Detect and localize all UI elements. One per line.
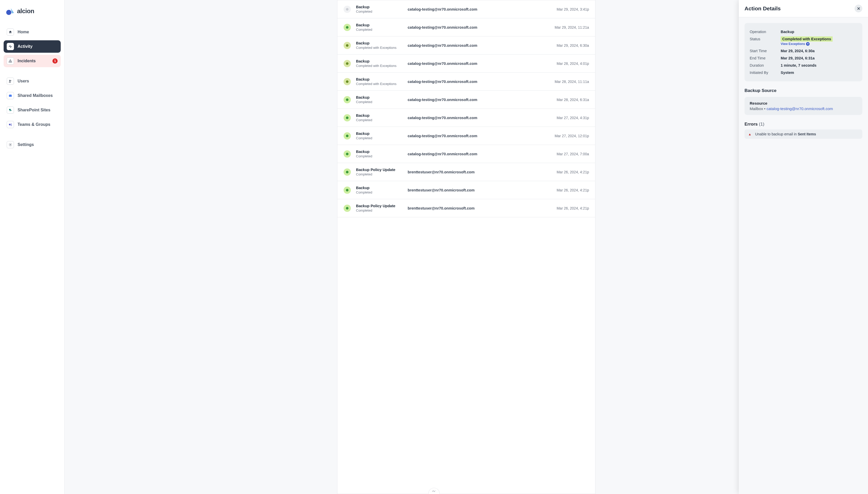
error-strong: Sent Items <box>798 132 816 136</box>
status-indicator <box>344 96 351 103</box>
row-email: catalog-testing@nr70.onmicrosoft.com <box>408 134 549 138</box>
label-start-time: Start Time <box>750 49 781 53</box>
nav-home-label: Home <box>18 30 29 34</box>
home-icon <box>7 28 14 36</box>
label-initiated-by: Initiated By <box>750 71 781 75</box>
logo-icon <box>6 7 15 16</box>
status-indicator <box>344 114 351 121</box>
view-exceptions-link[interactable]: View Exceptions ▼ <box>781 42 810 46</box>
info-card: Operation Backup Status Completed with E… <box>745 23 862 81</box>
mailbox-icon <box>7 92 14 99</box>
row-subtitle: Completed <box>356 118 403 122</box>
activity-icon <box>7 43 14 50</box>
row-title: Backup <box>356 77 403 81</box>
row-subtitle: Completed with Exceptions <box>356 46 403 50</box>
errors-heading: Errors (1) <box>745 122 862 127</box>
activity-row[interactable]: BackupCompletedbrenttestuser@nr70.onmicr… <box>337 181 595 199</box>
activity-row[interactable]: Backup Policy UpdateCompletedbrenttestus… <box>337 199 595 217</box>
row-title-col: BackupCompleted with Exceptions <box>356 41 403 50</box>
nav-settings[interactable]: Settings <box>4 138 61 151</box>
nav-activity[interactable]: Activity <box>4 40 61 53</box>
sharepoint-icon <box>7 107 14 114</box>
row-time: Mar 29, 2024, 3:41p <box>557 7 589 12</box>
errors-heading-text: Errors <box>745 122 758 127</box>
row-subtitle: Completed with Exceptions <box>356 64 403 68</box>
gear-icon <box>7 141 14 148</box>
incidents-badge: 1 <box>53 58 58 63</box>
row-email: brenttestuser@nr70.onmicrosoft.com <box>408 170 552 174</box>
row-time: Mar 29, 2024, 11:21a <box>555 25 589 30</box>
label-status: Status <box>750 37 781 41</box>
close-button[interactable]: ✕ <box>854 5 862 13</box>
nav-teams-label: Teams & Groups <box>18 122 51 127</box>
activity-row[interactable]: BackupCompletedcatalog-testing@nr70.onmi… <box>337 91 595 109</box>
value-end-time: Mar 29, 2024, 6:31a <box>781 56 814 60</box>
warning-icon <box>7 57 14 64</box>
resource-label: Resource <box>750 101 857 106</box>
row-title: Backup <box>356 113 403 117</box>
resource-email-link[interactable]: catalog-testing@nr70.onmicrosoft.com <box>767 107 833 111</box>
nav-incidents[interactable]: Incidents 1 <box>4 55 61 67</box>
nav-teams[interactable]: Teams & Groups <box>4 118 61 131</box>
status-indicator <box>344 132 351 139</box>
row-email: catalog-testing@nr70.onmicrosoft.com <box>408 25 549 30</box>
row-time: Mar 27, 2024, 7:00a <box>557 152 589 156</box>
row-title-col: BackupCompleted <box>356 186 403 194</box>
users-icon <box>7 77 14 85</box>
row-time: Mar 28, 2024, 6:31a <box>557 98 589 102</box>
activity-row[interactable]: BackupCompleted with Exceptionscatalog-t… <box>337 73 595 91</box>
drawer-header: Action Details ✕ <box>739 0 868 17</box>
row-title: Backup <box>356 132 403 136</box>
row-title: Backup Policy Update <box>356 168 403 172</box>
row-subtitle: Completed <box>356 209 403 212</box>
activity-row[interactable]: BackupCompleted with Exceptionscatalog-t… <box>337 36 595 55</box>
activity-row[interactable]: BackupCompletedcatalog-testing@nr70.onmi… <box>337 0 595 18</box>
activity-row[interactable]: BackupCompletedcatalog-testing@nr70.onmi… <box>337 127 595 145</box>
status-indicator <box>344 187 351 194</box>
row-title-col: BackupCompleted with Exceptions <box>356 59 403 68</box>
status-indicator <box>344 60 351 67</box>
row-subtitle: Completed <box>356 10 403 14</box>
row-title: Backup <box>356 186 403 190</box>
error-text: Unable to backup email in Sent Items <box>755 132 816 136</box>
nav-shared-mailboxes[interactable]: Shared Mailboxes <box>4 89 61 102</box>
activity-row[interactable]: BackupCompleted with Exceptionscatalog-t… <box>337 55 595 73</box>
row-time: Mar 27, 2024, 12:01p <box>555 134 589 138</box>
row-title: Backup <box>356 41 403 45</box>
row-title: Backup <box>356 150 403 154</box>
value-operation: Backup <box>781 30 794 34</box>
row-email: catalog-testing@nr70.onmicrosoft.com <box>408 80 549 84</box>
row-email: catalog-testing@nr70.onmicrosoft.com <box>408 98 552 102</box>
activity-row[interactable]: BackupCompletedcatalog-testing@nr70.onmi… <box>337 145 595 163</box>
nav-home[interactable]: Home <box>4 26 61 38</box>
svg-point-7 <box>10 110 12 111</box>
error-icon: ▲ <box>748 132 752 136</box>
activity-row[interactable]: Backup Policy UpdateCompletedbrenttestus… <box>337 163 595 181</box>
nav-shared-mailboxes-label: Shared Mailboxes <box>18 93 53 98</box>
sidebar: alcion Home Activity Incidents 1 <box>0 0 64 494</box>
nav-sharepoint-label: SharePoint Sites <box>18 108 51 112</box>
drawer-title: Action Details <box>745 5 781 12</box>
nav-sharepoint[interactable]: SharePoint Sites <box>4 104 61 116</box>
activity-row[interactable]: BackupCompletedcatalog-testing@nr70.onmi… <box>337 18 595 36</box>
teams-icon <box>7 121 14 128</box>
row-subtitle: Completed <box>356 190 403 194</box>
row-time: Mar 26, 2024, 4:21p <box>557 188 589 192</box>
brand-name: alcion <box>17 7 34 15</box>
row-title: Backup <box>356 59 403 63</box>
row-email: catalog-testing@nr70.onmicrosoft.com <box>408 116 552 120</box>
logo[interactable]: alcion <box>4 7 61 26</box>
label-duration: Duration <box>750 63 781 68</box>
svg-point-3 <box>9 80 11 81</box>
resource-type: Mailbox <box>750 107 763 111</box>
nav-incidents-label: Incidents <box>18 59 36 63</box>
activity-list: BackupCompletedcatalog-testing@nr70.onmi… <box>337 0 596 494</box>
status-indicator <box>344 150 351 158</box>
details-drawer: Action Details ✕ Operation Backup Status… <box>739 0 868 494</box>
row-email: catalog-testing@nr70.onmicrosoft.com <box>408 7 552 12</box>
row-title: Backup Policy Update <box>356 204 403 208</box>
row-title-col: BackupCompleted <box>356 132 403 140</box>
activity-row[interactable]: BackupCompletedcatalog-testing@nr70.onmi… <box>337 109 595 127</box>
nav-users[interactable]: Users <box>4 75 61 87</box>
svg-point-4 <box>11 80 12 81</box>
